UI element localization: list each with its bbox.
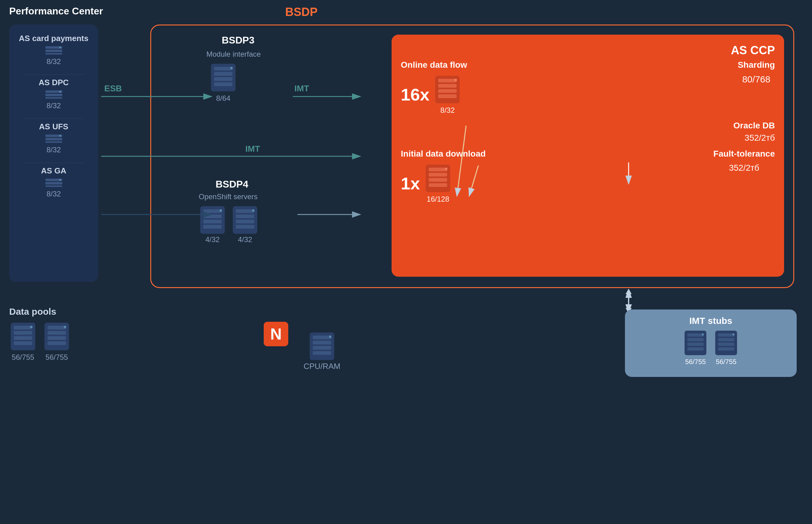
svg-rect-55 <box>14 341 32 345</box>
svg-rect-42 <box>429 173 447 177</box>
pool-server-2-icon <box>43 321 70 352</box>
as-dpc-spec: 8/32 <box>47 101 61 110</box>
svg-rect-14 <box>45 185 62 187</box>
server-lines-ufs-icon <box>45 134 62 143</box>
bsdp4-server2: 4/32 <box>231 205 259 244</box>
bsdp-title: BSDP <box>285 5 318 19</box>
svg-rect-13 <box>45 182 62 184</box>
oracle-db-section: Oracle DB 352/2тб <box>401 121 775 143</box>
svg-point-33 <box>252 209 255 212</box>
svg-rect-65 <box>313 341 331 344</box>
svg-rect-54 <box>14 336 32 340</box>
as-ccp-box: AS CCP Online data flow 16x <box>392 35 784 277</box>
svg-rect-24 <box>203 214 222 218</box>
svg-rect-5 <box>45 94 62 96</box>
svg-rect-59 <box>48 331 66 334</box>
svg-rect-53 <box>14 331 32 334</box>
sidebar-card: AS card payments 8/32 AS DPC <box>9 24 98 282</box>
stub-server-2-icon <box>714 329 738 357</box>
svg-point-27 <box>220 209 222 212</box>
cpu-ram-server-icon <box>308 331 336 362</box>
svg-rect-72 <box>687 343 703 346</box>
svg-rect-78 <box>718 343 734 346</box>
svg-rect-61 <box>48 341 66 345</box>
sidebar-section-as-ga: AS GA 8/32 <box>15 166 92 198</box>
sharding-section: Sharding 80/768 <box>738 60 775 85</box>
svg-rect-38 <box>438 94 457 98</box>
svg-rect-18 <box>214 72 233 76</box>
svg-rect-30 <box>236 214 254 218</box>
bsdp3-server-icon <box>209 62 237 93</box>
data-pools-title: Data pools <box>9 307 56 317</box>
as-ga-label: AS GA <box>41 166 66 176</box>
svg-point-56 <box>30 326 32 328</box>
divider-3 <box>23 163 84 163</box>
svg-point-21 <box>230 67 233 69</box>
data-pools-section: Data pools 56/755 56/755 <box>9 307 70 362</box>
pool1-spec: 56/755 <box>12 353 34 362</box>
svg-rect-73 <box>687 347 703 350</box>
ccp-server-16x-spec: 8/32 <box>440 106 455 115</box>
svg-rect-25 <box>203 220 222 224</box>
svg-rect-70 <box>687 333 703 337</box>
ccp-server-1x-icon <box>424 163 452 194</box>
svg-rect-43 <box>429 178 447 182</box>
fault-tolerance-section: Fault-tolerance 352/2тб <box>713 149 775 173</box>
as-ga-spec: 8/32 <box>47 190 61 198</box>
svg-rect-77 <box>718 338 734 341</box>
svg-rect-26 <box>203 225 222 229</box>
svg-rect-20 <box>214 82 233 86</box>
server-lines-dpc-icon <box>45 91 62 99</box>
server-lines-ga-icon <box>45 179 62 187</box>
bsdp4-server1-spec: 4/32 <box>205 235 220 244</box>
ccp-server-16x-icon <box>434 74 461 105</box>
bsdp3-server-block: 8/64 <box>209 62 237 103</box>
bsdp4-title: BSDP4 <box>216 179 249 190</box>
stub1-spec: 56/755 <box>685 358 705 366</box>
initial-data-download-section: Initial data download 1x 16/128 <box>401 149 486 203</box>
as-card-server-icon <box>45 46 62 55</box>
svg-rect-76 <box>718 333 734 337</box>
online-data-flow-section: Online data flow 16x 8/32 <box>401 60 467 115</box>
as-ufs-label: AS UFS <box>39 122 68 131</box>
svg-rect-29 <box>236 209 254 213</box>
bsdp4-server2-spec: 4/32 <box>238 235 252 244</box>
svg-rect-66 <box>313 346 331 350</box>
svg-point-11 <box>59 135 61 137</box>
divider-1 <box>23 75 84 75</box>
stub2-spec: 56/755 <box>716 358 736 366</box>
online-data-flow-title: Online data flow <box>401 60 467 70</box>
count-1x-label: 1x <box>401 174 420 193</box>
n-indicator: N <box>264 322 288 346</box>
pool-server-1-icon <box>9 321 37 352</box>
svg-rect-23 <box>203 209 222 213</box>
as-ufs-spec: 8/32 <box>47 146 61 154</box>
openshift-label: OpenShift servers <box>199 193 258 201</box>
count-16x-label: 16x <box>401 85 429 104</box>
pool2-spec: 56/755 <box>45 353 68 362</box>
svg-rect-37 <box>438 89 457 93</box>
svg-rect-36 <box>438 84 457 88</box>
svg-rect-19 <box>214 77 233 81</box>
svg-rect-9 <box>45 138 62 140</box>
svg-point-74 <box>702 333 704 335</box>
as-ccp-title: AS CCP <box>401 44 775 57</box>
bsdp4-server1: 4/32 <box>199 205 226 244</box>
initial-data-download-title: Initial data download <box>401 149 486 159</box>
bsdp4-server1-icon <box>199 205 226 235</box>
svg-point-3 <box>59 47 61 48</box>
svg-rect-60 <box>48 336 66 340</box>
bsdp4-server2-icon <box>231 205 259 235</box>
oracle-spec: 352/2тб <box>745 133 775 143</box>
svg-rect-32 <box>236 225 254 229</box>
imt-stubs-box: IMT stubs 56/755 56/755 <box>625 310 797 377</box>
ccp-server-1x-spec: 16/128 <box>427 195 449 203</box>
as-dpc-server-icon <box>45 91 62 99</box>
cpu-ram-text: CPU/RAM <box>304 362 340 371</box>
as-card-label: AS card payments <box>19 34 89 43</box>
svg-rect-71 <box>687 338 703 341</box>
ccp-server-16x: 8/32 <box>434 74 461 115</box>
svg-point-39 <box>455 79 457 81</box>
bsdp4-servers-block: 4/32 4/32 <box>199 205 259 244</box>
server-lines-icon <box>45 46 62 55</box>
